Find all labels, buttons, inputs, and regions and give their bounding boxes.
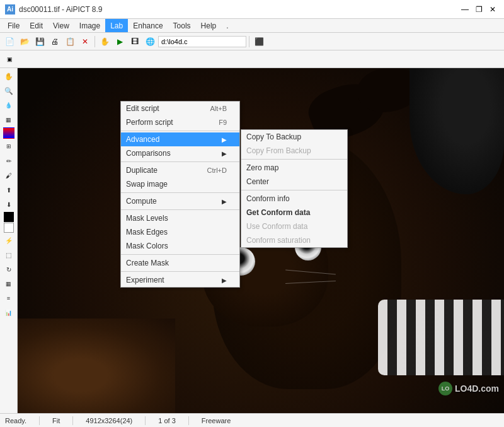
menu-view[interactable]: View: [48, 19, 74, 32]
menu-create-mask[interactable]: Create Mask: [121, 256, 239, 270]
menu-edit[interactable]: Edit: [25, 19, 48, 32]
toolbar-main: 📄 📂 💾 🖨 📋 ✕ ✋ ▶ 🎞 🌐 ⬛: [0, 33, 504, 50]
toolbar-globe[interactable]: 🌐: [143, 35, 157, 49]
menu-mask-levels[interactable]: Mask Levels: [121, 211, 239, 225]
menu-use-conform-data: Use Conform data: [241, 219, 347, 233]
status-pages: 1 of 3: [158, 417, 176, 424]
menu-mask-edges[interactable]: Mask Edges: [121, 225, 239, 239]
toolbar-delete[interactable]: ✕: [78, 35, 92, 49]
menu-edit-script[interactable]: Edit script Alt+B: [121, 102, 239, 115]
status-sep-3: [145, 416, 146, 425]
left-toolbar: ✋ 🔍 💧 ▦ ⊞ ✏ 🖌 ⬆ ⬇ ⚡ ⬚ ↻ ▦ ≡ 📊: [0, 68, 18, 413]
toolbar-secondary: ▣: [0, 50, 504, 68]
menu-sep-5: [121, 254, 239, 255]
menu-sep-2: [121, 161, 239, 162]
menu-zero-map[interactable]: Zero map: [241, 161, 347, 175]
toolbar-open[interactable]: 📂: [18, 35, 32, 49]
tool-film2[interactable]: ▦: [2, 277, 16, 291]
tool-adjust[interactable]: ⊞: [2, 139, 16, 153]
tool-gradient[interactable]: ▦: [2, 113, 16, 127]
watermark: LO LO4D.com: [438, 382, 499, 395]
menu-duplicate[interactable]: Duplicate Ctrl+D: [121, 163, 239, 177]
menu-sep-4: [121, 209, 239, 210]
menu-experiment[interactable]: Experiment ▶: [121, 273, 239, 287]
toolbar-save[interactable]: 💾: [33, 35, 47, 49]
menu-perform-script[interactable]: Perform script F9: [121, 115, 239, 129]
close-button[interactable]: ✕: [486, 3, 499, 16]
tool-black[interactable]: [4, 212, 14, 222]
toolbar-new[interactable]: 📄: [3, 35, 16, 49]
window-title: dsc00011.tif - AiPICT 8.9: [19, 5, 103, 14]
tool-select[interactable]: ⬚: [2, 248, 16, 262]
menu-compute[interactable]: Compute ▶: [121, 194, 239, 208]
status-ready: Ready.: [5, 417, 26, 424]
menu-copy-to-backup[interactable]: Copy To Backup: [241, 130, 347, 144]
menu-conform-saturation: Conform saturation: [241, 233, 347, 247]
menu-conform-info[interactable]: Conform info: [241, 192, 347, 206]
tool-brush[interactable]: 🖌: [2, 168, 16, 182]
tool-hand[interactable]: ✋: [2, 69, 16, 83]
tool-chart[interactable]: 📊: [2, 306, 16, 320]
maximize-button[interactable]: ❐: [472, 3, 485, 16]
tool-pencil[interactable]: ✏: [2, 154, 16, 168]
toolbar-film[interactable]: 🎞: [128, 35, 142, 49]
menu-file[interactable]: File: [3, 19, 25, 32]
tool-upload[interactable]: ⬆: [2, 183, 16, 197]
menu-lab[interactable]: Lab: [105, 19, 128, 32]
menu-sep-6: [121, 271, 239, 272]
tool-rotate[interactable]: ↻: [2, 262, 16, 276]
menu-sep-1: [121, 131, 239, 131]
tool-wand[interactable]: ⚡: [2, 233, 16, 247]
tool-download[interactable]: ⬇: [2, 197, 16, 211]
menu-help[interactable]: Help: [196, 19, 222, 32]
watermark-icon: LO: [438, 382, 452, 395]
tool-eyedropper[interactable]: 💧: [2, 98, 16, 112]
menu-swap-image[interactable]: Swap image: [121, 177, 239, 191]
tool-layers[interactable]: ≡: [2, 291, 16, 305]
menu-mask-colors[interactable]: Mask Colors: [121, 239, 239, 253]
watermark-text: LO4D.com: [455, 383, 499, 394]
status-bar: Ready. Fit 4912x3264(24) 1 of 3 Freeware: [0, 413, 504, 427]
status-dimensions: 4912x3264(24): [86, 417, 132, 424]
menu-image[interactable]: Image: [74, 19, 105, 32]
toolbar-hand[interactable]: ✋: [98, 35, 112, 49]
menu-get-conform-data[interactable]: Get Conform data: [241, 206, 347, 219]
status-license: Freeware: [202, 417, 231, 424]
toolbar2-btn1[interactable]: ▣: [3, 52, 16, 66]
window-controls: — ❐ ✕: [459, 3, 499, 16]
path-input[interactable]: [158, 36, 246, 47]
tool-white[interactable]: [4, 223, 14, 233]
menu-advanced[interactable]: Advanced ▶: [121, 132, 239, 146]
menu-enhance[interactable]: Enhance: [128, 19, 168, 32]
canvas-area: LO LO4D.com Edit script Alt+B Perform sc…: [18, 68, 504, 413]
menu-center[interactable]: Center: [241, 175, 347, 189]
adv-sep-1: [241, 159, 347, 160]
toolbar-print[interactable]: 🖨: [48, 35, 62, 49]
toolbar-play[interactable]: ▶: [113, 35, 127, 49]
main-area: ✋ 🔍 💧 ▦ ⊞ ✏ 🖌 ⬆ ⬇ ⚡ ⬚ ↻ ▦ ≡ 📊: [0, 68, 504, 413]
adv-sep-2: [241, 190, 347, 190]
app-icon: Ai: [5, 4, 15, 15]
menu-bar: File Edit View Image Lab Enhance Tools H…: [0, 19, 504, 33]
menu-dot[interactable]: .: [221, 19, 233, 32]
status-sep-4: [188, 416, 189, 425]
toolbar-copy[interactable]: 📋: [63, 35, 77, 49]
menu-copy-from-backup: Copy From Backup: [241, 144, 347, 158]
tool-color[interactable]: [3, 127, 14, 139]
advanced-submenu[interactable]: Copy To Backup Copy From Backup Zero map…: [241, 129, 348, 248]
status-sep-2: [72, 416, 73, 425]
menu-sep-3: [121, 192, 239, 193]
title-bar: Ai dsc00011.tif - AiPICT 8.9 — ❐ ✕: [0, 0, 504, 19]
status-fit: Fit: [52, 417, 60, 424]
tool-magnify[interactable]: 🔍: [2, 84, 16, 98]
menu-comparisons[interactable]: Comparisons ▶: [121, 146, 239, 160]
menu-tools[interactable]: Tools: [168, 19, 196, 32]
toolbar-nav[interactable]: ⬛: [252, 35, 266, 49]
lab-menu[interactable]: Edit script Alt+B Perform script F9 Adva…: [120, 101, 240, 288]
toolbar-sep-1: [94, 36, 95, 47]
toolbar-sep-2: [249, 36, 249, 47]
status-sep-1: [39, 416, 40, 425]
minimize-button[interactable]: —: [459, 3, 471, 16]
